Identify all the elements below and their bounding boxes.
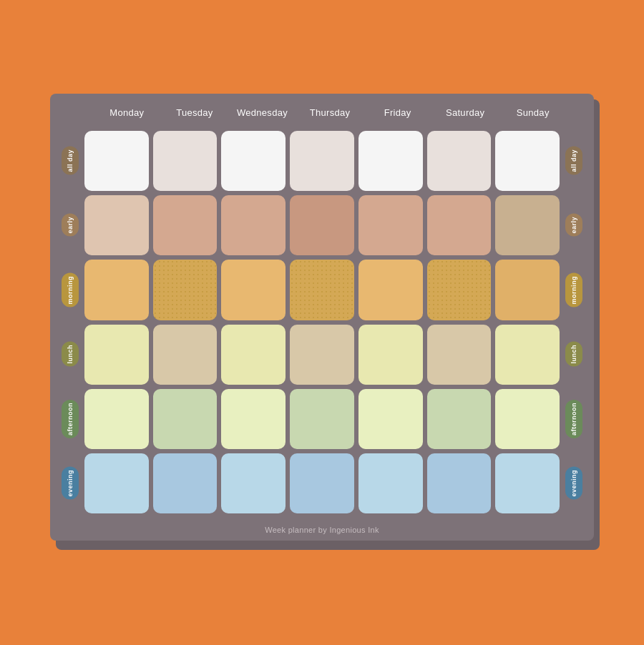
cell-morning-thu[interactable] [290,260,354,320]
cells-afternoon [84,389,560,449]
day-tuesday: Tuesday [161,107,229,118]
cell-evening-tue[interactable] [153,453,218,513]
cells-early [84,195,560,255]
row-lunch: lunch lunch [56,325,588,385]
cell-lunch-sun[interactable] [495,325,560,385]
pill-right-morning: morning [565,273,582,307]
cell-afternoon-thu[interactable] [290,389,354,449]
planner: Monday Tuesday Wednesday Thursday Friday… [50,94,594,541]
label-left-evening: evening [56,453,84,513]
header-row: Monday Tuesday Wednesday Thursday Friday… [50,94,594,131]
cell-lunch-thu[interactable] [290,325,354,385]
cell-evening-thu[interactable] [290,453,354,513]
cell-lunch-mon[interactable] [84,325,149,385]
row-allday: all day all day [56,131,588,191]
cell-lunch-fri[interactable] [358,325,423,385]
cell-afternoon-sun[interactable] [495,389,560,449]
content-area: all day all day early [50,131,594,519]
pill-left-lunch: lunch [62,342,79,367]
pill-right-afternoon: afternoon [565,400,582,438]
cell-early-wed[interactable] [221,195,286,255]
day-sunday: Sunday [499,107,567,118]
cell-allday-sun[interactable] [495,131,560,191]
cells-lunch [84,325,560,385]
cell-early-sun[interactable] [495,195,560,255]
label-right-lunch: lunch [560,325,588,385]
cell-afternoon-wed[interactable] [221,389,286,449]
cells-morning [84,260,560,320]
cell-early-tue[interactable] [153,195,218,255]
label-left-allday: all day [56,131,84,191]
cell-evening-fri[interactable] [358,453,423,513]
pill-right-early: early [565,214,582,237]
pill-right-lunch: lunch [565,342,582,367]
cell-evening-sat[interactable] [427,453,492,513]
pill-left-evening: evening [62,467,79,500]
day-saturday: Saturday [431,107,499,118]
cell-afternoon-fri[interactable] [358,389,423,449]
cell-morning-fri[interactable] [358,260,423,320]
label-right-afternoon: afternoon [560,389,588,449]
cell-early-fri[interactable] [358,195,423,255]
cell-allday-mon[interactable] [84,131,149,191]
cell-morning-sun[interactable] [495,260,560,320]
cells-allday [84,131,560,191]
cell-allday-thu[interactable] [290,131,354,191]
label-right-evening: evening [560,453,588,513]
pill-right-evening: evening [565,467,582,500]
row-morning: morning morning [56,260,588,320]
cell-afternoon-mon[interactable] [84,389,149,449]
cell-lunch-tue[interactable] [153,325,218,385]
cell-morning-wed[interactable] [221,260,286,320]
row-evening: evening evening [56,453,588,513]
day-friday: Friday [364,107,431,118]
cell-early-sat[interactable] [427,195,492,255]
cell-evening-sun[interactable] [495,453,560,513]
pill-left-allday: all day [62,147,79,175]
cell-allday-fri[interactable] [358,131,423,191]
cell-evening-mon[interactable] [84,453,149,513]
label-right-allday: all day [560,131,588,191]
cells-evening [84,453,560,513]
cell-morning-tue[interactable] [153,260,218,320]
cell-lunch-sat[interactable] [427,325,492,385]
cell-lunch-wed[interactable] [221,325,286,385]
cell-early-thu[interactable] [290,195,354,255]
label-left-early: early [56,195,84,255]
cell-afternoon-tue[interactable] [153,389,218,449]
footer-text: Week planner by Ingenious Ink [265,526,379,534]
footer: Week planner by Ingenious Ink [50,519,594,541]
day-wednesday: Wednesday [228,107,296,118]
pill-left-morning: morning [62,273,79,307]
planner-wrapper: Monday Tuesday Wednesday Thursday Friday… [50,94,594,551]
cell-allday-tue[interactable] [153,131,218,191]
day-thursday: Thursday [296,107,364,118]
label-left-morning: morning [56,260,84,320]
cell-allday-wed[interactable] [221,131,286,191]
row-early: early early [56,195,588,255]
cell-morning-sat[interactable] [427,260,492,320]
pill-left-afternoon: afternoon [62,400,79,438]
cell-evening-wed[interactable] [221,453,286,513]
label-right-early: early [560,195,588,255]
pill-left-early: early [62,214,79,237]
label-left-afternoon: afternoon [56,389,84,449]
cell-morning-mon[interactable] [84,260,149,320]
cell-early-mon[interactable] [84,195,149,255]
day-monday: Monday [93,107,161,118]
label-left-lunch: lunch [56,325,84,385]
pill-right-allday: all day [565,147,582,175]
cell-allday-sat[interactable] [427,131,492,191]
cell-afternoon-sat[interactable] [427,389,492,449]
row-afternoon: afternoon afternoon [56,389,588,449]
label-right-morning: morning [560,260,588,320]
